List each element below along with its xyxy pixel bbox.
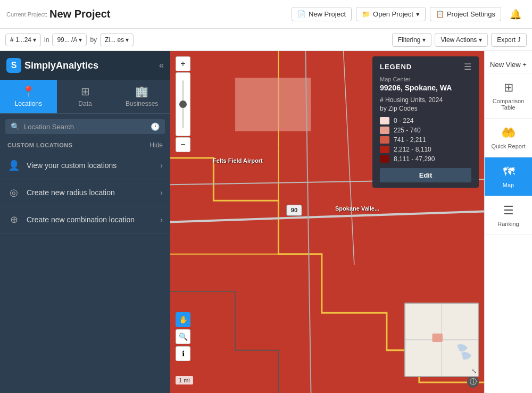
sidebar-item-label: Data — [78, 100, 92, 107]
chevron-down-icon: ▾ — [422, 36, 426, 44]
record-selector[interactable]: # 1...24 ▾ — [5, 34, 41, 46]
legend-color-swatch — [380, 136, 389, 144]
collapse-sidebar-button[interactable]: « — [159, 61, 164, 70]
legend-color-swatch — [380, 127, 389, 134]
mini-map-expand-icon[interactable]: ⤡ — [471, 367, 477, 375]
comparison-table-label: Comparison Table — [488, 98, 529, 111]
create-combination-location-item[interactable]: ⊕ Create new combination location › — [0, 206, 170, 233]
sidebar: S SimplyAnalytics « 📍 Locations ⊞ Data 🏢… — [0, 51, 170, 393]
sidebar-nav: 📍 Locations ⊞ Data 🏢 Businesses — [0, 80, 170, 114]
geo-selector[interactable]: 99... /A ▾ — [52, 34, 87, 46]
filtering-button[interactable]: Filtering ▾ — [392, 33, 432, 47]
app-name: SimplyAnalytics — [24, 60, 98, 71]
svg-line-4 — [344, 51, 354, 265]
business-icon: 🏢 — [135, 85, 148, 98]
chevron-down-icon: ▾ — [126, 36, 129, 44]
project-name: New Project — [49, 8, 110, 20]
sidebar-item-label: Businesses — [126, 100, 158, 107]
comparison-table-button[interactable]: ⊞ Comparison Table — [485, 73, 532, 119]
in-label: in — [44, 36, 49, 44]
main-content: S SimplyAnalytics « 📍 Locations ⊞ Data 🏢… — [0, 51, 532, 393]
hide-link[interactable]: Hide — [149, 141, 163, 149]
top-bar: Current Project: New Project 📄 New Proje… — [0, 0, 532, 29]
create-radius-location-item[interactable]: ◎ Create new radius location › — [0, 179, 170, 206]
new-project-button[interactable]: 📄 New Project — [292, 7, 352, 21]
legend-range-label: 0 - 224 — [394, 117, 413, 124]
data-icon: ⊞ — [81, 85, 90, 98]
hand-tool-button[interactable]: ✋ — [176, 312, 190, 327]
legend-item: 0 - 224 — [380, 117, 471, 124]
ranking-button[interactable]: ☰ Ranking — [485, 196, 532, 235]
quick-report-icon: 🤲 — [501, 126, 516, 140]
legend-title: LEGEND — [380, 63, 412, 71]
search-icon: 🔍 — [11, 122, 20, 131]
search-bar: 🔍 🕐 — [5, 119, 165, 134]
sidebar-logo: S SimplyAnalytics « — [0, 51, 170, 80]
comparison-table-icon: ⊞ — [504, 81, 513, 95]
open-project-button[interactable]: 📁 Open Project ▾ — [356, 7, 426, 21]
quick-report-button[interactable]: 🤲 Quick Report — [485, 119, 532, 157]
svg-rect-0 — [235, 78, 311, 131]
chevron-down-icon: ▾ — [479, 36, 482, 44]
project-settings-button[interactable]: 📋 Project Settings — [430, 7, 501, 21]
settings-icon: 📋 — [436, 10, 444, 18]
new-project-icon: 📄 — [297, 10, 306, 18]
map-tool-buttons: ✋ 🔍 ℹ — [176, 312, 190, 361]
map-view-button[interactable]: 🗺 Map — [485, 157, 532, 196]
zoom-in-button[interactable]: + — [176, 56, 190, 71]
legend-range-label: 741 - 2,211 — [394, 136, 426, 144]
history-icon[interactable]: 🕐 — [151, 122, 160, 131]
custom-locations-title: CUSTOM LOCATIONS — [7, 142, 72, 148]
data-selector[interactable]: Zi... es ▾ — [100, 34, 134, 46]
export-button[interactable]: Export ⤴ — [491, 33, 527, 47]
svg-rect-11 — [433, 333, 443, 342]
open-project-icon: 📁 — [362, 10, 370, 18]
sidebar-item-locations[interactable]: 📍 Locations — [0, 80, 57, 113]
view-actions-button[interactable]: View Actions ▾ — [435, 33, 488, 47]
map-scale: 1 mi — [176, 376, 193, 384]
top-bar-actions: 📄 New Project 📁 Open Project ▾ 📋 Project… — [292, 6, 526, 22]
mini-map[interactable]: ⤡ — [404, 303, 479, 377]
map-info-button[interactable]: ⓘ — [467, 376, 479, 388]
right-panel: New View + ⊞ Comparison Table 🤲 Quick Re… — [484, 51, 532, 393]
by-label: by — [90, 36, 97, 44]
legend-dataset: # Housing Units, 2024 by Zip Codes — [380, 96, 471, 113]
legend-edit-button[interactable]: Edit — [380, 168, 471, 182]
legend-color-swatch — [380, 146, 389, 153]
sidebar-item-data[interactable]: ⊞ Data — [57, 80, 114, 113]
zoom-tool-button[interactable]: 🔍 — [176, 329, 190, 344]
zoom-out-button[interactable]: − — [176, 137, 190, 152]
info-tool-button[interactable]: ℹ — [176, 346, 190, 361]
legend-item: 741 - 2,211 — [380, 136, 471, 144]
legend-menu-button[interactable]: ☰ — [464, 62, 471, 72]
create-radius-label: Create new radius location — [27, 188, 154, 197]
person-icon: 👤 — [7, 160, 20, 171]
logo-icon: S — [6, 58, 21, 73]
sidebar-item-label: Locations — [15, 100, 42, 107]
view-custom-locations-label: View your custom locations — [27, 161, 154, 170]
export-icon: ⤴ — [518, 36, 521, 44]
map-label: Map — [503, 182, 514, 188]
quick-report-label: Quick Report — [491, 143, 525, 149]
radius-icon: ◎ — [7, 187, 20, 198]
sidebar-item-businesses[interactable]: 🏢 Businesses — [113, 80, 170, 113]
chevron-down-icon: ▾ — [33, 36, 36, 44]
zoom-slider[interactable] — [176, 72, 190, 136]
notifications-button[interactable]: 🔔 — [505, 6, 526, 22]
chevron-right-icon: › — [160, 161, 163, 170]
legend-range-label: 225 - 740 — [394, 127, 421, 134]
svg-line-1 — [170, 211, 484, 222]
legend-color-swatch — [380, 155, 389, 163]
legend-item: 2,212 - 8,110 — [380, 146, 471, 153]
chevron-down-icon: ▾ — [416, 10, 420, 18]
map-icon: 🗺 — [503, 165, 514, 179]
combination-icon: ⊕ — [7, 214, 20, 225]
search-input[interactable] — [24, 123, 146, 131]
view-custom-locations-item[interactable]: 👤 View your custom locations › — [0, 152, 170, 179]
legend: LEGEND ☰ Map Center 99206, Spokane, WA #… — [372, 56, 479, 188]
ranking-icon: ☰ — [503, 204, 514, 218]
new-view-button[interactable]: New View + — [485, 56, 532, 73]
map-area[interactable]: 90 Felts Field Airport Spokane Valle... … — [170, 51, 484, 393]
ranking-label: Ranking — [497, 221, 519, 227]
chevron-down-icon: ▾ — [79, 36, 82, 44]
